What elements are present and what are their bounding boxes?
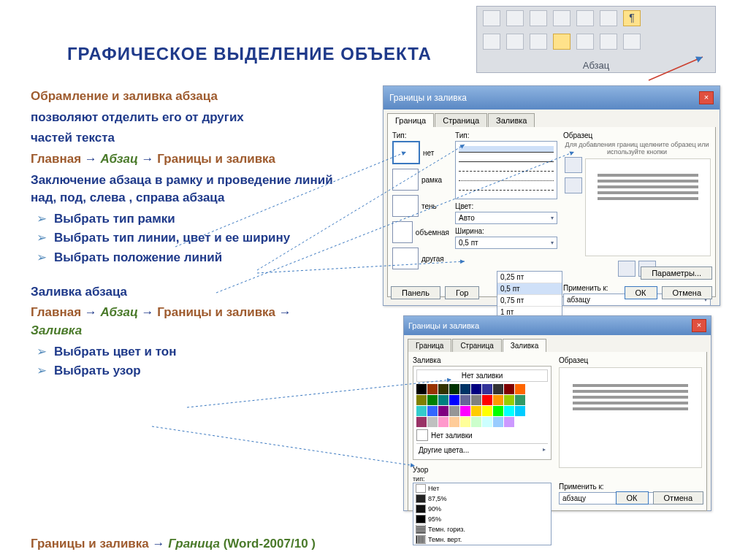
close-icon[interactable]: × <box>699 91 714 104</box>
tab-page2[interactable]: Страница <box>452 339 501 352</box>
color-swatch[interactable] <box>438 395 449 405</box>
color-swatch[interactable] <box>438 406 449 416</box>
color-swatch[interactable] <box>515 395 525 405</box>
ok-button2[interactable]: ОК <box>616 491 649 505</box>
color-swatch[interactable] <box>504 406 514 416</box>
color-swatch[interactable] <box>449 395 459 405</box>
borders-icon[interactable] <box>623 34 641 50</box>
color-swatch[interactable] <box>493 395 503 405</box>
svg-line-6 <box>152 426 415 466</box>
color-swatch[interactable] <box>515 406 525 416</box>
page-title: ГРАФИЧЕСКОЕ ВЫДЕЛЕНИЕ ОБЪЕКТА <box>67 44 432 64</box>
close-icon[interactable]: × <box>692 319 706 332</box>
border-preview <box>585 158 711 256</box>
color-swatch[interactable] <box>471 417 481 427</box>
width-select[interactable]: 0,5 пт▾ <box>455 237 557 249</box>
bullet-4: Выбрать цвет и тон <box>54 343 345 361</box>
border-custom[interactable] <box>392 248 419 269</box>
border-top-btn[interactable] <box>565 157 582 173</box>
pattern-list[interactable]: Нет 87,5% 90% 95% Темн. гориз. Темн. вер… <box>413 483 552 545</box>
color-swatch[interactable] <box>493 384 503 394</box>
pilcrow-icon[interactable]: ¶ <box>623 10 641 26</box>
cancel-button2[interactable]: Отмена <box>653 491 703 505</box>
color-swatch[interactable] <box>515 417 525 427</box>
color-swatch[interactable] <box>504 395 514 405</box>
color-swatch[interactable] <box>427 395 438 405</box>
line-spacing-icon[interactable] <box>576 34 594 50</box>
color-swatch[interactable] <box>449 417 459 427</box>
cancel-button[interactable]: Отмена <box>662 286 712 299</box>
color-swatch[interactable] <box>449 384 459 394</box>
color-swatch[interactable] <box>471 384 481 394</box>
ok-button[interactable]: ОК <box>625 286 657 299</box>
align-center-icon[interactable] <box>506 34 524 50</box>
color-swatch[interactable] <box>482 406 492 416</box>
numbering-icon[interactable] <box>506 10 524 26</box>
border-left-btn[interactable] <box>618 261 636 277</box>
color-swatch[interactable] <box>427 417 438 427</box>
color-swatch[interactable] <box>460 384 470 394</box>
border-3d[interactable] <box>392 221 413 243</box>
tab-border2[interactable]: Граница <box>408 339 451 352</box>
indent-dec-icon[interactable] <box>553 10 570 26</box>
align-right-icon[interactable] <box>530 34 547 50</box>
fill-preview <box>559 367 702 468</box>
intro2: позволяют отделить его от других <box>31 109 345 127</box>
border-box[interactable] <box>392 169 419 191</box>
border-bottom-btn[interactable] <box>565 177 582 193</box>
color-palette[interactable]: Нет заливки Нет заливки Другие цвета...▸ <box>413 366 552 460</box>
ribbon-paragraph: ¶ Абзац <box>476 6 716 73</box>
border-shadow[interactable] <box>392 195 419 217</box>
color-swatch[interactable] <box>493 417 503 427</box>
panel-button[interactable]: Панель <box>391 286 440 299</box>
border-none[interactable] <box>392 141 420 164</box>
color-swatch[interactable] <box>438 417 449 427</box>
line-style-list[interactable] <box>455 141 557 199</box>
intro3: частей текста <box>31 129 345 147</box>
color-swatch[interactable] <box>416 384 427 394</box>
color-swatch[interactable] <box>460 406 470 416</box>
bullet-3: Выбрать положение линий <box>54 249 345 267</box>
color-swatch[interactable] <box>427 406 438 416</box>
align-justify-icon[interactable] <box>553 34 570 50</box>
color-swatch[interactable] <box>504 417 514 427</box>
color-swatch[interactable] <box>460 417 470 427</box>
color-swatch[interactable] <box>493 406 503 416</box>
shading-icon[interactable] <box>600 34 617 50</box>
sort-icon[interactable] <box>600 10 617 26</box>
dialog1-titlebar: Границы и заливка × <box>383 86 720 110</box>
width-dropdown[interactable]: 0,25 пт 0,5 пт 0,75 пт 1 пт <box>497 271 562 319</box>
color-swatch[interactable] <box>416 406 427 416</box>
color-swatch[interactable] <box>460 395 470 405</box>
color-swatch[interactable] <box>416 417 427 427</box>
bullets-icon[interactable] <box>483 10 500 26</box>
tab-page[interactable]: Страница <box>435 113 487 127</box>
ribbon-label: Абзац <box>477 60 715 71</box>
tab-border[interactable]: Граница <box>387 113 434 127</box>
color-select[interactable]: Авто▾ <box>455 212 557 224</box>
fill-heading: Заливка абзаца <box>31 283 345 302</box>
intro-bold: Обрамление и заливка абзаца <box>31 89 218 103</box>
color-swatch[interactable] <box>416 395 427 405</box>
color-swatch[interactable] <box>504 384 514 394</box>
color-swatch[interactable] <box>471 406 481 416</box>
dialog2-titlebar: Границы и заливка × <box>404 316 711 335</box>
color-swatch[interactable] <box>482 384 492 394</box>
color-swatch[interactable] <box>449 406 459 416</box>
frame-text: Заключение абзаца в рамку и проведение л… <box>31 172 345 207</box>
color-swatch[interactable] <box>427 384 438 394</box>
color-swatch[interactable] <box>515 384 525 394</box>
color-swatch[interactable] <box>482 395 492 405</box>
bullet-2: Выбрать тип линии, цвет и ее ширину <box>54 229 345 248</box>
indent-inc-icon[interactable] <box>576 10 594 26</box>
align-left-icon[interactable] <box>483 34 500 50</box>
color-swatch[interactable] <box>438 384 449 394</box>
multilevel-icon[interactable] <box>530 10 547 26</box>
color-swatch[interactable] <box>471 395 481 405</box>
color-swatch[interactable] <box>482 417 492 427</box>
bullet-5: Выбрать узор <box>54 362 345 380</box>
params-button[interactable]: Параметры... <box>641 266 712 280</box>
tab-fill[interactable]: Заливка <box>488 113 535 127</box>
tab-fill2[interactable]: Заливка <box>503 339 547 352</box>
horiz-button[interactable]: Гор <box>445 286 479 299</box>
